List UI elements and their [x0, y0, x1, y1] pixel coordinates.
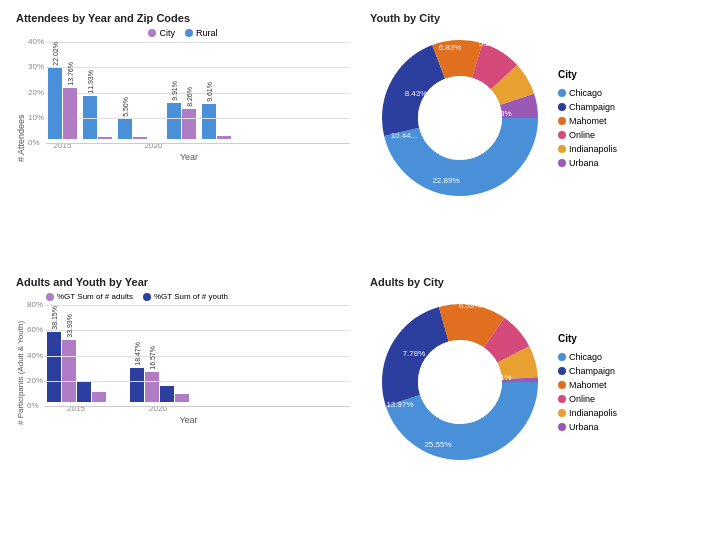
urbana-label-youth: Urbana	[569, 158, 599, 168]
ay-small-adults-2015	[92, 392, 106, 402]
bar-rural-2-fill: 11.93%	[83, 42, 97, 139]
x-spacer3	[125, 141, 133, 150]
bar-3-fill	[118, 119, 132, 139]
ax-spacer	[109, 404, 125, 413]
bar-rural-5-label: 9.61%	[206, 82, 213, 102]
chicago-label-youth: Chicago	[569, 88, 602, 98]
youth-dot	[143, 293, 151, 301]
adults-legend: City Chicago Champaign Mahomet Online	[558, 333, 617, 432]
label-online-adults: 7.78%	[403, 349, 426, 358]
bar-rural-2-label: 11.93%	[87, 70, 94, 94]
bar-rural-3: 5.50%	[118, 42, 132, 139]
bar-2-fill	[83, 96, 97, 139]
ax-label-2015: 2015	[47, 404, 105, 413]
ay-adults-2015-label: 33.93%	[66, 314, 73, 338]
youth-legend-urbana: Urbana	[558, 158, 617, 168]
youth-by-city-panel: Youth by City 46.18% 22.89% 10.44...	[362, 8, 712, 268]
attendees-by-year-panel: Attendees by Year and Zip Codes City Rur…	[8, 8, 358, 268]
legend-rural-label: Rural	[196, 28, 218, 38]
adults-legend-title: City	[558, 333, 617, 344]
ay-bar-group-2020: 18.47% 16.57%	[130, 305, 189, 402]
urbana-label-adults: Urbana	[569, 422, 599, 432]
ay-youth-2020-fill	[130, 368, 144, 402]
adults-legend-mahomet: Mahomet	[558, 380, 617, 390]
indianapolis-dot-youth	[558, 145, 566, 153]
urbana-dot-youth	[558, 159, 566, 167]
label-mahomet-adults: 13.97%	[386, 400, 413, 409]
indianapolis-dot-adults	[558, 409, 566, 417]
chicago-dot-youth	[558, 89, 566, 97]
attendees-title: Attendees by Year and Zip Codes	[16, 12, 350, 24]
x-label-2015: 2015	[48, 141, 77, 150]
adults-youth-legend: %GT Sum of # adults %GT Sum of # youth	[46, 292, 350, 301]
ay-bar-group-2015: 38.15% 33.93%	[47, 305, 106, 402]
youth-legend-mahomet: Mahomet	[558, 116, 617, 126]
label-indianapolis-adults: 6.59%	[459, 301, 482, 310]
y-axis-label-attendees: # Attendees	[16, 42, 26, 162]
adults-legend-label: %GT Sum of # adults	[57, 292, 133, 301]
ay-small-adults-2020	[175, 394, 189, 402]
legend-rural: Rural	[185, 28, 218, 38]
x-axis-attendees: 2015 2020	[28, 141, 350, 150]
ay-adults-2020-label: 16.57%	[149, 346, 156, 370]
adults-donut: 44.91% 25.55% 13.97% 7.78% 6.59%	[370, 292, 550, 472]
bar-3-city	[133, 137, 147, 139]
label-online-youth: 8.43%	[405, 89, 428, 98]
ay-small-youth-2015	[77, 382, 91, 402]
ay-adults-2015-fill	[62, 340, 76, 402]
ay-youth-2015-label: 38.15%	[51, 306, 58, 330]
legend-city: City	[148, 28, 175, 38]
online-dot-youth	[558, 131, 566, 139]
online-label-adults: Online	[569, 394, 595, 404]
urbana-dot-adults	[558, 423, 566, 431]
adults-legend-online: Online	[558, 394, 617, 404]
rural-dot	[185, 29, 193, 37]
attendees-bars: 22.02% 13.76% 11.93%	[28, 42, 350, 157]
bar-rural-2020-label: 9.91%	[171, 81, 178, 101]
bar-rural-5: 9.61%	[202, 42, 216, 139]
online-dot-adults	[558, 395, 566, 403]
champaign-dot-youth	[558, 103, 566, 111]
bar-2-city	[98, 137, 112, 139]
youth-legend: City Chicago Champaign Mahomet Online	[558, 69, 617, 168]
ay-youth-2020-label: 18.47%	[134, 342, 141, 366]
ay-bar-adults-2015: 33.93%	[62, 305, 76, 402]
adults-donut-svg: 44.91% 25.55% 13.97% 7.78% 6.59%	[370, 292, 550, 472]
adults-legend-indianapolis: Indianapolis	[558, 408, 617, 418]
bar-group-2: 11.93%	[83, 42, 112, 139]
donut-hole-youth	[418, 76, 502, 160]
youth-legend-indianapolis: Indianapolis	[558, 144, 617, 154]
bar-city-2020-label: 8.26%	[186, 87, 193, 107]
bar-rural-3-label: 5.50%	[122, 97, 129, 117]
ay-bar-youth-2015: 38.15%	[47, 305, 61, 402]
adults-legend-urbana: Urbana	[558, 422, 617, 432]
x-title-attendees: Year	[28, 152, 350, 162]
ay-youth-2015-fill	[47, 332, 61, 402]
adults-youth-panel: Adults and Youth by Year %GT Sum of # ad…	[8, 272, 358, 532]
donut-hole-adults	[418, 340, 502, 424]
label-champaign-youth: 22.89%	[432, 176, 459, 185]
chicago-label-adults: Chicago	[569, 352, 602, 362]
bar-rural-2020: 9.91%	[167, 42, 181, 139]
ay-bar-adults-2020: 16.57%	[145, 305, 159, 402]
mahomet-dot-youth	[558, 117, 566, 125]
youth-title: Youth by City	[370, 12, 704, 24]
adults-youth-bars: 38.15% 33.93% 18.47%	[27, 305, 350, 420]
bar-group-3: 5.50%	[118, 42, 147, 139]
adults-title: Adults by City	[370, 276, 704, 288]
dashboard: Attendees by Year and Zip Codes City Rur…	[0, 0, 720, 540]
label-mahomet-youth: 10.44...	[391, 131, 418, 140]
label-urbana-youth: 5.22%	[479, 39, 502, 48]
bar-group-5: 9.61%	[202, 42, 231, 139]
adults-dot	[46, 293, 54, 301]
bar-5-city	[217, 136, 231, 139]
bar-group-2015: 22.02% 13.76%	[48, 42, 77, 139]
youth-donut: 46.18% 22.89% 10.44... 8.43% 6.83% 5.22%	[370, 28, 550, 208]
bar-rural-2015: 22.02%	[48, 42, 62, 139]
youth-legend-title: City	[558, 69, 617, 80]
bar-group-2020: 9.91% 8.26%	[167, 42, 196, 139]
adults-legend-champaign: Champaign	[558, 366, 617, 376]
youth-legend-online: Online	[558, 130, 617, 140]
city-dot	[148, 29, 156, 37]
ay-bar-youth-2020: 18.47%	[130, 305, 144, 402]
